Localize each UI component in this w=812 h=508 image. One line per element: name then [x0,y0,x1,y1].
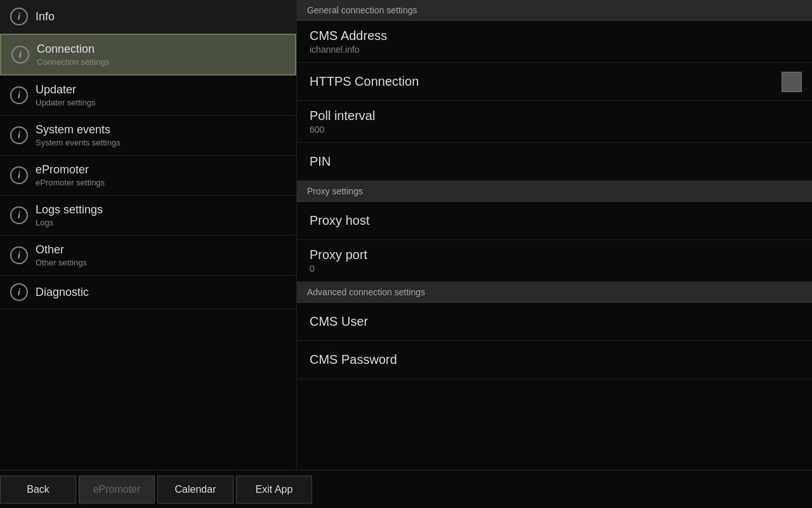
sidebar-item-subtitle-epromoter: ePromoter settings [36,178,105,187]
content-area: General connection settingsCMS Addressic… [297,0,812,470]
setting-value-proxy-port: 0 [310,264,799,274]
sidebar-item-title-info: Info [36,10,55,23]
sidebar-item-title-connection: Connection [37,43,109,56]
sidebar-item-subtitle-other: Other settings [36,258,87,267]
setting-label-cms-password: CMS Password [310,352,799,367]
setting-row-proxy-host: Proxy host [297,202,812,240]
setting-row-proxy-port: Proxy port0 [297,240,812,282]
sidebar: iInfoiConnectionConnection settingsiUpda… [0,0,297,470]
setting-row-cms-user: CMS User [297,303,812,341]
setting-value-cms-address: ichannel.info [310,44,799,55]
sidebar-item-epromoter[interactable]: iePromoterePromoter settings [0,156,296,196]
info-icon-connection: i [11,46,29,64]
section-header-proxy: Proxy settings [297,181,812,202]
sidebar-item-title-system-events: System events [36,123,121,137]
info-icon-info: i [10,8,28,25]
sidebar-item-subtitle-updater: Updater settings [36,98,96,107]
setting-row-https-connection[interactable]: HTTPS Connection [297,63,812,101]
epromoter-button: ePromoter [79,476,155,504]
setting-value-poll-interval: 600 [310,124,799,135]
setting-label-https-connection: HTTPS Connection [310,74,799,89]
setting-label-proxy-port: Proxy port [310,248,799,262]
toggle-https-connection[interactable] [782,72,802,92]
sidebar-item-title-other: Other [36,243,87,257]
setting-row-cms-address: CMS Addressichannel.info [297,21,812,63]
sidebar-item-other[interactable]: iOtherOther settings [0,236,296,276]
back-button[interactable]: Back [0,476,76,504]
setting-label-poll-interval: Poll interval [310,109,799,123]
sidebar-item-title-diagnostic: Diagnostic [36,286,89,299]
info-icon-logs-settings: i [10,206,28,224]
setting-row-pin: PIN [297,143,812,181]
info-icon-system-events: i [10,126,28,144]
sidebar-item-updater[interactable]: iUpdaterUpdater settings [0,76,296,116]
setting-label-cms-user: CMS User [310,314,799,329]
setting-label-proxy-host: Proxy host [310,213,799,228]
section-header-advanced: Advanced connection settings [297,282,812,303]
info-icon-epromoter: i [10,166,28,184]
info-icon-updater: i [10,86,28,104]
sidebar-item-diagnostic[interactable]: iDiagnostic [0,276,296,309]
setting-label-cms-address: CMS Address [310,29,799,43]
sidebar-item-system-events[interactable]: iSystem eventsSystem events settings [0,116,296,156]
sidebar-item-title-epromoter: ePromoter [36,163,105,177]
setting-row-poll-interval: Poll interval600 [297,101,812,143]
info-icon-other: i [10,246,28,264]
sidebar-item-info[interactable]: iInfo [0,0,296,34]
sidebar-item-title-logs-settings: Logs settings [36,203,103,217]
sidebar-item-title-updater: Updater [36,83,96,97]
sidebar-item-subtitle-connection: Connection settings [37,57,109,67]
setting-label-pin: PIN [310,154,799,169]
main-area: iInfoiConnectionConnection settingsiUpda… [0,0,812,470]
sidebar-item-subtitle-logs-settings: Logs [36,218,103,227]
info-icon-diagnostic: i [10,283,28,301]
bottom-bar: BackePromoterCalendarExit App [0,470,812,508]
exit-app-button[interactable]: Exit App [236,476,312,504]
sidebar-item-logs-settings[interactable]: iLogs settingsLogs [0,196,296,236]
sidebar-item-subtitle-system-events: System events settings [36,138,121,147]
sidebar-item-connection[interactable]: iConnectionConnection settings [0,34,296,76]
calendar-button[interactable]: Calendar [157,476,233,504]
setting-row-cms-password: CMS Password [297,341,812,379]
section-header-general: General connection settings [297,0,812,21]
